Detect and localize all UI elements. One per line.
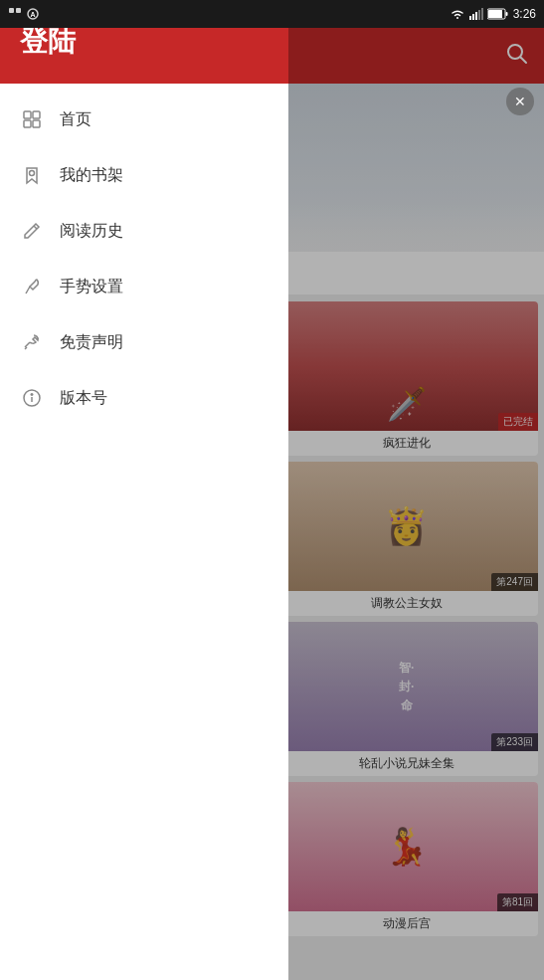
svg-rect-0 xyxy=(9,8,14,13)
svg-rect-4 xyxy=(469,16,471,20)
drawer-item-disclaimer[interactable]: 免责声明 xyxy=(0,314,288,370)
drawer-menu: 首页 我的书架 阅读历史 xyxy=(0,84,288,980)
drawer-title: 登陆 xyxy=(20,23,76,61)
svg-rect-1 xyxy=(16,8,21,13)
app-icon-1 xyxy=(8,7,22,21)
drawer-label-disclaimer: 免责声明 xyxy=(60,332,123,353)
drawer-label-version: 版本号 xyxy=(60,388,107,409)
drawer-item-home[interactable]: 首页 xyxy=(0,92,288,147)
svg-line-19 xyxy=(34,226,37,229)
svg-rect-17 xyxy=(33,120,40,127)
tools-icon xyxy=(20,330,44,354)
svg-line-20 xyxy=(26,287,30,294)
app-icon-2: A xyxy=(26,7,40,21)
close-button[interactable]: ✕ xyxy=(506,88,534,115)
time-display: 3:26 xyxy=(513,7,536,21)
pencil-icon xyxy=(20,219,44,243)
battery-icon xyxy=(487,8,509,20)
svg-rect-11 xyxy=(488,10,502,18)
svg-rect-15 xyxy=(33,111,40,118)
svg-rect-7 xyxy=(478,10,480,20)
svg-point-18 xyxy=(30,171,35,176)
svg-point-24 xyxy=(31,394,33,396)
svg-rect-5 xyxy=(472,14,474,20)
drawer-label-gestures: 手势设置 xyxy=(60,277,123,297)
status-bar: A 3:26 xyxy=(0,0,544,28)
drawer-label-bookshelf: 我的书架 xyxy=(60,165,123,186)
drawer-item-history[interactable]: 阅读历史 xyxy=(0,203,288,259)
status-bar-left: A xyxy=(8,7,40,21)
wifi-icon xyxy=(450,8,465,20)
drawer-item-version[interactable]: 版本号 xyxy=(0,370,288,426)
bookmark-icon xyxy=(20,163,44,187)
svg-rect-6 xyxy=(475,12,477,20)
status-bar-right: 3:26 xyxy=(450,7,536,21)
drawer-item-gestures[interactable]: 手势设置 xyxy=(0,259,288,314)
wrench-icon xyxy=(20,275,44,298)
svg-text:A: A xyxy=(30,11,35,18)
drawer-label-history: 阅读历史 xyxy=(60,221,123,242)
signal-icon xyxy=(469,8,483,20)
drawer-item-bookshelf[interactable]: 我的书架 xyxy=(0,147,288,203)
svg-rect-8 xyxy=(481,8,483,20)
svg-rect-14 xyxy=(24,111,31,118)
info-icon xyxy=(20,386,44,410)
grid-icon xyxy=(20,107,44,131)
drawer-label-home: 首页 xyxy=(60,109,91,130)
svg-rect-10 xyxy=(505,12,507,16)
svg-rect-16 xyxy=(24,120,31,127)
side-drawer: 登陆 首页 我的书架 xyxy=(0,0,288,980)
